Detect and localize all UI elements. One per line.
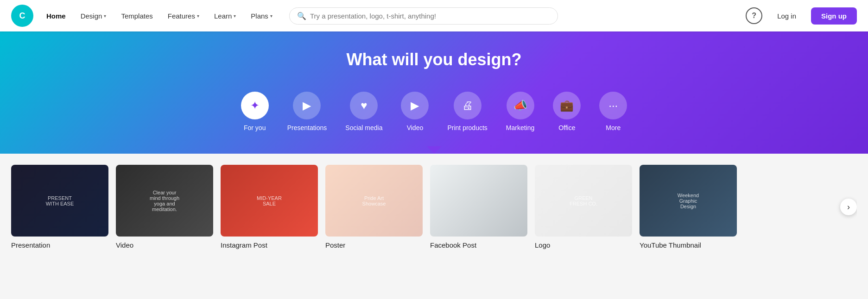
- navbar: C Home Design ▾ Templates Features ▾ Lea…: [0, 0, 868, 31]
- presentations-label: Presentations: [287, 124, 327, 131]
- poster-thumb-text: Pride Art Showcase: [325, 165, 423, 237]
- category-office[interactable]: 💼Office: [544, 86, 590, 137]
- card-instagram-post[interactable]: MID-YEAR SALEInstagram Post: [221, 165, 318, 249]
- youtube-thumbnail-thumb-text: Weekend Graphic Design: [640, 165, 737, 237]
- nav-home[interactable]: Home: [41, 8, 71, 24]
- category-for-you[interactable]: ✦For you: [232, 86, 278, 137]
- card-poster[interactable]: Pride Art ShowcasePoster: [325, 165, 423, 249]
- more-label: More: [606, 124, 621, 131]
- nav-right-actions: ? Log in Sign up: [746, 7, 857, 25]
- category-marketing[interactable]: 📣Marketing: [497, 86, 544, 137]
- video-label: Video: [407, 124, 424, 131]
- category-row: ✦For you▶Presentations♥Social media▶Vide…: [0, 86, 868, 146]
- next-button[interactable]: ›: [840, 199, 857, 215]
- presentations-icon-wrap: ▶: [293, 92, 321, 119]
- category-more[interactable]: ···More: [590, 86, 636, 137]
- nav-learn[interactable]: Learn ▾: [209, 8, 241, 24]
- for-you-icon: ✦: [250, 99, 260, 112]
- logo-thumbnail: GREEN FRESH CO.: [535, 165, 632, 237]
- plans-chevron-icon: ▾: [270, 13, 272, 19]
- card-presentation[interactable]: PRESENT WITH EASEPresentation: [11, 165, 108, 249]
- category-presentations[interactable]: ▶Presentations: [278, 86, 336, 137]
- hero-title: What will you design?: [0, 50, 868, 69]
- logo-thumb-text: GREEN FRESH CO.: [535, 165, 632, 237]
- card-video[interactable]: Clear your mind through yoga and meditat…: [116, 165, 213, 249]
- office-icon-wrap: 💼: [553, 92, 581, 119]
- facebook-post-thumb-text: [430, 165, 527, 237]
- hero-section: What will you design? ✦For you▶Presentat…: [0, 31, 868, 154]
- category-print-products[interactable]: 🖨Print products: [438, 86, 496, 137]
- for-you-label: For you: [244, 124, 266, 131]
- category-social-media[interactable]: ♥Social media: [336, 86, 392, 137]
- presentation-label: Presentation: [11, 241, 108, 249]
- video-icon: ▶: [411, 99, 419, 112]
- login-button[interactable]: Log in: [768, 8, 805, 24]
- facebook-post-label: Facebook Post: [430, 241, 527, 249]
- more-icon: ···: [608, 99, 618, 112]
- video-icon-wrap: ▶: [401, 92, 429, 119]
- nav-design[interactable]: Design ▾: [75, 8, 112, 24]
- design-chevron-icon: ▾: [104, 13, 106, 19]
- card-logo[interactable]: GREEN FRESH CO.Logo: [535, 165, 632, 249]
- instagram-post-label: Instagram Post: [221, 241, 318, 249]
- print-products-label: Print products: [447, 124, 487, 131]
- for-you-icon-wrap: ✦: [241, 92, 269, 119]
- logo[interactable]: C: [11, 5, 33, 27]
- marketing-label: Marketing: [506, 124, 534, 131]
- youtube-thumbnail-thumbnail: Weekend Graphic Design: [640, 165, 737, 237]
- category-video[interactable]: ▶Video: [392, 86, 438, 137]
- logo-label: Logo: [535, 241, 632, 249]
- nav-templates[interactable]: Templates: [115, 8, 158, 24]
- nav-features[interactable]: Features ▾: [162, 8, 205, 24]
- design-grid: PRESENT WITH EASEPresentationClear your …: [11, 165, 857, 249]
- youtube-thumbnail-label: YouTube Thumbnail: [640, 241, 737, 249]
- social-media-label: Social media: [345, 124, 382, 131]
- social-media-icon-wrap: ♥: [350, 92, 378, 119]
- card-youtube-thumbnail[interactable]: Weekend Graphic DesignYouTube Thumbnail: [640, 165, 737, 249]
- logo-text: C: [19, 11, 25, 21]
- marketing-icon: 📣: [513, 99, 527, 112]
- video-label: Video: [116, 241, 213, 249]
- presentation-thumb-text: PRESENT WITH EASE: [11, 165, 108, 237]
- search-input[interactable]: [310, 12, 550, 20]
- hero-arrow-indicator: [427, 146, 442, 154]
- nav-plans[interactable]: Plans ▾: [245, 8, 278, 24]
- poster-thumbnail: Pride Art Showcase: [325, 165, 423, 237]
- facebook-post-thumbnail: [430, 165, 527, 237]
- instagram-post-thumb-text: MID-YEAR SALE: [221, 165, 318, 237]
- office-label: Office: [558, 124, 575, 131]
- marketing-icon-wrap: 📣: [507, 92, 534, 119]
- social-media-icon: ♥: [361, 99, 367, 112]
- video-thumb-text: Clear your mind through yoga and meditat…: [116, 165, 213, 237]
- presentation-thumbnail: PRESENT WITH EASE: [11, 165, 108, 237]
- help-button[interactable]: ?: [746, 7, 762, 24]
- poster-label: Poster: [325, 241, 423, 249]
- search-bar: 🔍: [289, 7, 558, 25]
- video-thumbnail: Clear your mind through yoga and meditat…: [116, 165, 213, 237]
- print-products-icon-wrap: 🖨: [454, 92, 482, 119]
- search-icon: 🔍: [297, 12, 306, 20]
- presentations-icon: ▶: [303, 99, 311, 112]
- more-icon-wrap: ···: [599, 92, 627, 119]
- signup-button[interactable]: Sign up: [811, 7, 857, 25]
- instagram-post-thumbnail: MID-YEAR SALE: [221, 165, 318, 237]
- learn-chevron-icon: ▾: [234, 13, 236, 19]
- card-facebook-post[interactable]: Facebook Post: [430, 165, 527, 249]
- content-section: PRESENT WITH EASEPresentationClear your …: [0, 154, 868, 264]
- office-icon: 💼: [560, 99, 574, 112]
- print-products-icon: 🖨: [462, 99, 473, 112]
- features-chevron-icon: ▾: [197, 13, 199, 19]
